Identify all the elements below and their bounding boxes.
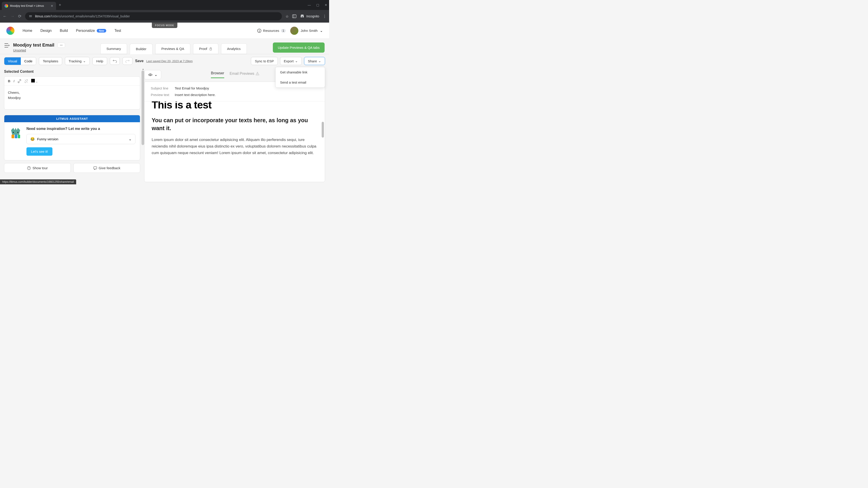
incognito-indicator[interactable]: Incognito [300, 14, 319, 18]
nav-design[interactable]: Design [40, 29, 52, 33]
nav-personalize[interactable]: Personalize New [76, 29, 106, 33]
tab-title: Moodjoy test Email > Litmus [10, 4, 49, 7]
new-tab-button[interactable]: + [59, 3, 61, 7]
content-textarea[interactable]: Cheers, Moodjoy [4, 86, 140, 109]
chevron-down-icon: ⌄ [83, 59, 86, 63]
tab-proof[interactable]: Proof [193, 43, 218, 54]
link-button[interactable] [18, 79, 21, 83]
warning-icon [256, 72, 259, 75]
close-window-icon[interactable]: ✕ [324, 3, 327, 7]
svg-rect-12 [15, 135, 18, 138]
site-info-icon[interactable] [29, 14, 32, 18]
italic-button[interactable]: I [13, 79, 14, 83]
document-header: Moodjoy test Email ··· Unsorted Summary … [0, 39, 329, 54]
folder-link[interactable]: Unsorted [13, 48, 26, 52]
subject-value[interactable]: Test Email for Moodjoy [175, 86, 209, 90]
bookmark-icon[interactable]: ☆ [285, 14, 289, 19]
last-saved-text[interactable]: Last saved Dec 20, 2023 at 7:29pm [146, 59, 193, 63]
assistant-generate-button[interactable]: Let's see it! [26, 147, 53, 156]
tracking-button[interactable]: Tracking ⌄ [65, 57, 90, 65]
assistant-style-select[interactable]: 😂 Funny version ⌄ [26, 134, 135, 144]
view-toggle: Visual Code [4, 57, 36, 65]
text-color-button[interactable]: ⌄ [31, 79, 38, 83]
tab-builder[interactable]: Builder [130, 43, 153, 54]
unlink-button[interactable] [24, 79, 28, 83]
email-heading: This is a test [152, 101, 318, 111]
chevron-down-icon: ⌄ [154, 72, 157, 77]
user-name: John Smith [301, 29, 318, 33]
main-nav: Home Design Build Personalize New Test [23, 29, 121, 33]
nav-home[interactable]: Home [23, 29, 32, 33]
preview-visibility-button[interactable]: ⌄ [144, 70, 161, 79]
browser-menu-icon[interactable]: ⋮ [323, 14, 327, 19]
status-bar-url: https://litmus.com/builder/documents/166… [0, 180, 76, 184]
panel-icon[interactable] [292, 14, 296, 18]
litmus-logo[interactable] [6, 27, 14, 35]
preview-tab-browser[interactable]: Browser [211, 71, 224, 78]
redo-button[interactable] [123, 57, 132, 65]
share-dropdown: Get shareable link Send a test email [275, 67, 325, 88]
forward-button[interactable]: → [10, 14, 14, 19]
tab-previews-qa[interactable]: Previews & QA [155, 43, 190, 54]
help-button[interactable]: Help [92, 57, 107, 65]
nav-test[interactable]: Test [114, 29, 121, 33]
email-body[interactable]: This is a test You can put or incorporat… [145, 101, 325, 182]
preview-tab-email-previews[interactable]: Email Previews [230, 71, 259, 78]
svg-rect-18 [94, 167, 97, 169]
scroll-up-icon[interactable]: ▲ [142, 68, 144, 70]
close-tab-icon[interactable]: ✕ [51, 4, 53, 8]
assistant-mascot-icon [9, 127, 22, 140]
svg-rect-1 [29, 17, 32, 17]
back-button[interactable]: ← [3, 14, 7, 19]
focus-mode-badge[interactable]: FOCUS MODE [152, 23, 178, 28]
emoji-icon: 😂 [30, 137, 35, 141]
svg-rect-20 [257, 73, 257, 74]
undo-button[interactable] [110, 57, 120, 65]
scrollbar-thumb[interactable] [322, 122, 324, 138]
export-button[interactable]: Export ⌄ [280, 57, 302, 65]
sync-esp-button[interactable]: Sync to ESP [251, 57, 278, 65]
browser-tab[interactable]: Moodjoy test Email > Litmus ✕ [2, 2, 56, 10]
preview-text-value[interactable]: Insert text description here. [175, 93, 216, 97]
show-tour-button[interactable]: ? Show tour [4, 163, 71, 173]
new-badge: New [97, 29, 106, 33]
svg-text:?: ? [28, 167, 30, 169]
assistant-prompt: Need some inspiration? Let me write you … [26, 127, 135, 131]
get-shareable-link-item[interactable]: Get shareable link [276, 67, 325, 77]
tab-favicon [4, 4, 8, 8]
visual-view-button[interactable]: Visual [4, 57, 21, 65]
bold-button[interactable]: B [8, 79, 10, 83]
resources-link[interactable]: Resources 1 [257, 29, 286, 33]
browser-tab-strip: Moodjoy test Email > Litmus ✕ + — ▢ ✕ [0, 0, 329, 10]
save-button[interactable]: Save [135, 59, 144, 63]
user-menu[interactable]: John Smith ⌄ [290, 27, 323, 35]
chevron-down-icon: ⌄ [295, 59, 298, 63]
code-view-button[interactable]: Code [21, 57, 36, 65]
nav-build[interactable]: Build [60, 29, 68, 33]
tab-analytics[interactable]: Analytics [221, 43, 247, 54]
maximize-icon[interactable]: ▢ [316, 3, 319, 7]
svg-rect-13 [18, 135, 20, 138]
tab-summary[interactable]: Summary [100, 43, 127, 54]
address-bar[interactable]: litmus.com/folders/unsorted_emails/email… [25, 12, 282, 20]
selected-content-heading: Selected Content [4, 70, 140, 74]
minimize-icon[interactable]: — [308, 3, 311, 7]
send-test-email-item[interactable]: Send a test email [276, 77, 325, 88]
litmus-assistant-panel: LITMUS ASSISTANT Need some inspiration? … [4, 115, 140, 160]
scrollbar-thumb[interactable] [142, 70, 144, 145]
templates-button[interactable]: Templates [39, 57, 62, 65]
builder-toolbar: Visual Code Templates Tracking ⌄ Help Sa… [0, 54, 329, 68]
sidebar-toggle-icon[interactable] [4, 43, 9, 47]
document-more-button[interactable]: ··· [57, 43, 65, 48]
update-previews-button[interactable]: Update Previews & QA tabs [273, 42, 324, 53]
share-button[interactable]: Share ⌄ [304, 57, 325, 65]
email-preview: Subject line Test Email for Moodjoy Prev… [144, 82, 325, 182]
svg-point-15 [18, 132, 18, 133]
give-feedback-button[interactable]: Give feedback [73, 163, 140, 173]
reload-button[interactable]: ⟳ [18, 14, 22, 19]
svg-rect-0 [29, 15, 32, 16]
svg-rect-7 [4, 43, 8, 44]
format-toolbar: B I ⌄ [4, 76, 140, 86]
lock-icon [209, 47, 212, 51]
svg-point-21 [257, 74, 258, 75]
